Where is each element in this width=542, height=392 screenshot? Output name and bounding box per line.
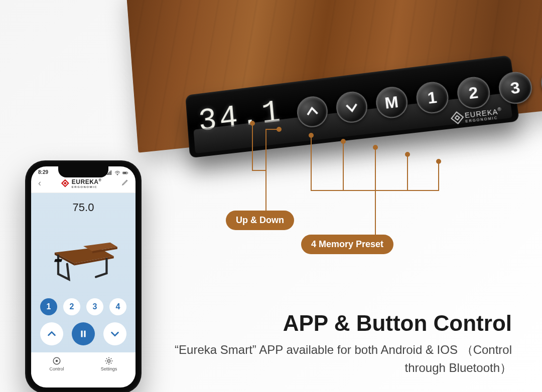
chevron-down-icon xyxy=(109,328,120,339)
chevron-up-icon xyxy=(304,104,320,120)
app-preset-4[interactable]: 4 xyxy=(109,298,126,315)
battery-icon xyxy=(122,170,128,175)
svg-point-5 xyxy=(405,152,410,156)
app-preset-1[interactable]: 1 xyxy=(40,298,57,315)
brand-logo-icon xyxy=(451,111,464,124)
brand-logo-icon xyxy=(61,179,69,187)
svg-rect-17 xyxy=(84,331,85,337)
chevron-up-icon xyxy=(46,328,57,339)
svg-rect-14 xyxy=(127,172,128,173)
control-icon xyxy=(52,356,61,365)
preset-2-button[interactable]: 2 xyxy=(455,75,491,110)
app-preset-row: 1 2 3 4 xyxy=(37,296,129,317)
app-preset-3[interactable]: 3 xyxy=(86,298,103,315)
panel-brand: EUREKA® ERGONOMIC xyxy=(452,107,503,124)
app-footer: Control Settings xyxy=(31,352,136,374)
status-time: 8:29 xyxy=(38,169,48,175)
gear-icon xyxy=(104,356,113,365)
app-down-button[interactable] xyxy=(103,322,126,345)
headline: APP & Button Control xyxy=(283,311,512,336)
phone-screen: 8:29 ‹ EUREKA® xyxy=(31,166,136,387)
svg-point-6 xyxy=(437,159,441,163)
svg-rect-10 xyxy=(111,170,112,175)
app-control-row xyxy=(37,317,129,347)
preset-1-button[interactable]: 1 xyxy=(415,80,450,115)
app-preset-2[interactable]: 2 xyxy=(63,298,80,315)
footer-control-tab[interactable]: Control xyxy=(50,356,64,371)
memory-button[interactable]: M xyxy=(374,85,409,120)
svg-point-4 xyxy=(373,145,377,149)
edit-icon[interactable] xyxy=(121,179,128,187)
callout-presets: 4 Memory Preset xyxy=(301,235,393,254)
svg-rect-8 xyxy=(108,172,109,175)
app-up-button[interactable] xyxy=(40,322,63,345)
svg-rect-15 xyxy=(54,259,62,262)
subheadline: “Eureka Smart” APP available for both An… xyxy=(166,341,512,377)
app-brand: EUREKA® ERGONOMIC xyxy=(61,178,101,188)
svg-point-20 xyxy=(107,359,110,362)
phone-mockup: 8:29 ‹ EUREKA® xyxy=(25,160,142,392)
app-main: 75.0 1 2 3 xyxy=(31,193,136,352)
footer-settings-tab[interactable]: Settings xyxy=(101,356,117,371)
app-pause-button[interactable] xyxy=(72,322,95,345)
svg-point-19 xyxy=(56,360,58,362)
svg-rect-16 xyxy=(81,331,82,337)
svg-rect-13 xyxy=(123,172,126,173)
app-header: ‹ EUREKA® ERGONOMIC xyxy=(31,176,136,193)
down-button[interactable] xyxy=(335,90,369,124)
wifi-icon xyxy=(114,170,120,175)
phone-notch xyxy=(58,166,108,177)
svg-point-11 xyxy=(117,174,118,175)
svg-rect-9 xyxy=(109,171,110,175)
app-height-value: 75.0 xyxy=(37,198,129,216)
callout-up-down: Up & Down xyxy=(226,211,294,230)
back-icon[interactable]: ‹ xyxy=(38,178,41,188)
pause-icon xyxy=(78,328,89,339)
desk-illustration xyxy=(37,216,129,296)
up-button[interactable] xyxy=(296,95,329,129)
chevron-down-icon xyxy=(343,99,360,115)
height-display: 34.1 xyxy=(197,95,285,140)
